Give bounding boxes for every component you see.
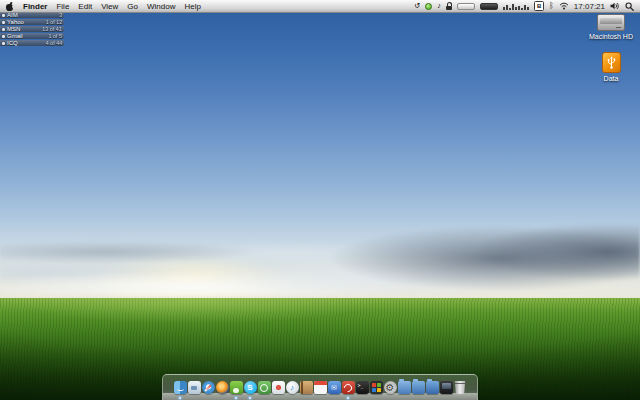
buddy-list-widget: AIM 3 Yahoo 1 of 12 MSN 13 of 41 Gmail 1… [0, 12, 64, 47]
dock-icon-green-app[interactable] [258, 381, 271, 394]
skype-glyph: S [247, 384, 252, 392]
grid-cell [372, 383, 376, 387]
dock-stack-applications-folder[interactable] [398, 381, 411, 394]
dock-icon-finder[interactable] [174, 381, 187, 394]
desktop[interactable]: Finder File Edit View Go Window Help ↺ ♪… [0, 0, 640, 400]
menu-bar: Finder File Edit View Go Window Help ↺ ♪… [0, 0, 640, 13]
desktop-icon-label: Data [578, 75, 640, 82]
menu-help[interactable]: Help [184, 2, 200, 11]
dock-stack-downloads-folder[interactable] [426, 381, 439, 394]
buddy-row-icq[interactable]: ICQ 4 of 44 [0, 40, 64, 46]
dock-icon-row: S ♪ ✉ >_ ⚙ [174, 381, 467, 394]
menu-bar-status-area: ↺ ♪ B ᛒ 17:07:21 [414, 1, 634, 11]
buddy-status-dot [2, 14, 5, 17]
buddy-status-dot [2, 21, 5, 24]
menu-bar-left: Finder File Edit View Go Window Help [6, 2, 201, 11]
usb-drive-icon [602, 52, 621, 73]
apple-menu-icon[interactable] [6, 2, 14, 11]
bluetooth-icon[interactable]: ᛒ [549, 2, 554, 10]
buddy-count: 13 of 41 [42, 26, 62, 31]
menu-edit[interactable]: Edit [78, 2, 92, 11]
grid-cell [377, 388, 381, 392]
dock-icon-photo-booth[interactable] [272, 381, 285, 394]
buddy-status-dot [2, 28, 5, 31]
itunes-note-glyph: ♪ [290, 384, 294, 392]
menu-bar-clock[interactable]: 17:07:21 [574, 2, 605, 11]
desktop-icon-data[interactable]: Data [578, 52, 640, 82]
dock-icon-display-app[interactable] [440, 381, 453, 394]
itunes-menu-icon[interactable]: ♪ [437, 2, 441, 10]
menu-finder[interactable]: Finder [23, 2, 47, 11]
buddy-status-dot [2, 35, 5, 38]
spotlight-icon[interactable] [625, 2, 634, 11]
buddy-count: 4 of 44 [45, 40, 62, 45]
buddy-service-label: ICQ [7, 40, 44, 46]
dock-icon-ical[interactable] [314, 381, 327, 394]
cpu-history-graph-icon[interactable] [503, 3, 529, 10]
volume-icon[interactable] [610, 2, 620, 10]
dock-icon-firefox[interactable] [216, 381, 229, 394]
buddy-row-yahoo[interactable]: Yahoo 1 of 12 [0, 19, 64, 25]
wifi-icon[interactable] [559, 2, 569, 10]
buddy-row-msn[interactable]: MSN 13 of 41 [0, 26, 64, 32]
buddy-status-dot [2, 42, 5, 45]
menu-go[interactable]: Go [127, 2, 138, 11]
grid-cell [377, 383, 381, 387]
menu-file[interactable]: File [56, 2, 69, 11]
green-status-dot-icon[interactable] [425, 3, 432, 10]
grid-cell [372, 388, 376, 392]
dock-icon-email-app[interactable]: ✉ [328, 381, 341, 394]
buddy-count: 3 [59, 12, 62, 17]
buddy-count: 1 of 12 [45, 19, 62, 24]
buddy-service-label: Gmail [7, 33, 47, 39]
buddy-count: 1 of 5 [48, 33, 62, 38]
buddy-service-label: MSN [7, 26, 40, 32]
lock-icon[interactable] [446, 2, 452, 10]
usb-trident-glyph [607, 56, 616, 69]
dock-icon-grid-app[interactable] [370, 381, 383, 394]
sky-vignette [0, 0, 640, 302]
dock-icon-mail[interactable] [188, 381, 201, 394]
disk-meter-icon[interactable] [480, 3, 498, 10]
terminal-prompt-glyph: >_ [358, 383, 364, 388]
dock-icon-system-preferences[interactable]: ⚙ [384, 381, 397, 394]
time-machine-icon[interactable]: ↺ [414, 2, 420, 10]
buddy-row-gmail[interactable]: Gmail 1 of 5 [0, 33, 64, 39]
dock-icon-skype[interactable]: S [244, 381, 257, 394]
dock-icon-adium[interactable] [230, 381, 243, 394]
memory-meter-icon[interactable] [457, 3, 475, 10]
dock-icon-terminal[interactable]: >_ [356, 381, 369, 394]
menu-window[interactable]: Window [147, 2, 175, 11]
hard-drive-icon [597, 14, 625, 31]
apple-leaf [10, 1, 13, 5]
dock-stack-documents-folder[interactable] [412, 381, 425, 394]
keyboard-layout-icon[interactable]: B [534, 1, 544, 11]
dock-icon-safari[interactable] [202, 381, 215, 394]
envelope-glyph: ✉ [331, 384, 337, 391]
dock-icon-trash[interactable] [454, 381, 467, 394]
desktop-icon-label: Macintosh HD [578, 33, 640, 40]
dock-icon-address-book[interactable] [300, 381, 313, 394]
dock-icon-red-app[interactable] [342, 381, 355, 394]
desktop-icon-macintosh-hd[interactable]: Macintosh HD [578, 14, 640, 40]
menu-view[interactable]: View [101, 2, 118, 11]
buddy-service-label: Yahoo [7, 19, 44, 25]
gear-glyph: ⚙ [386, 383, 395, 393]
dock: S ♪ ✉ >_ ⚙ [162, 374, 478, 400]
dock-icon-itunes[interactable]: ♪ [286, 381, 299, 394]
